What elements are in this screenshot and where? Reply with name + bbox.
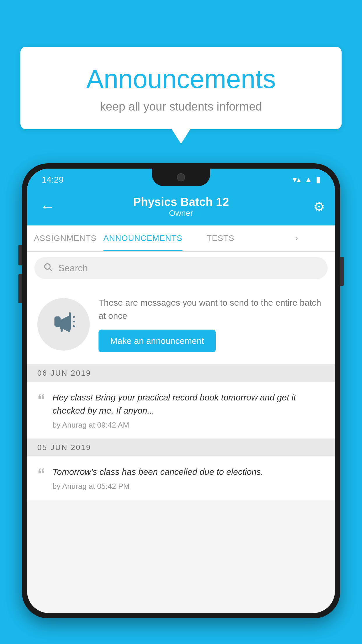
volume-down-button	[18, 274, 22, 303]
wifi-icon: ▾▴	[293, 175, 301, 184]
svg-line-1	[50, 269, 52, 271]
promo-description: These are messages you want to send to t…	[99, 296, 325, 322]
announcement-meta-2: by Anurag at 05:42 PM	[52, 482, 325, 491]
search-container: Search	[27, 252, 335, 284]
search-icon	[43, 262, 52, 274]
announcement-content-1: Hey class! Bring your practical record b…	[52, 391, 325, 430]
promo-card: These are messages you want to send to t…	[27, 284, 335, 364]
quote-icon-2: ❝	[37, 467, 45, 481]
announcement-text-1: Hey class! Bring your practical record b…	[52, 391, 325, 417]
search-placeholder: Search	[58, 263, 88, 274]
announcement-item-2[interactable]: ❝ Tomorrow's class has been cancelled du…	[27, 456, 335, 500]
announcement-meta-1: by Anurag at 09:42 AM	[52, 421, 325, 430]
phone-notch	[152, 169, 210, 186]
tab-announcements[interactable]: ANNOUNCEMENTS	[103, 225, 182, 251]
announcement-item-1[interactable]: ❝ Hey class! Bring your practical record…	[27, 382, 335, 439]
app-bar-subtitle: Owner	[133, 209, 229, 218]
status-icons: ▾▴ ▲ ▮	[293, 175, 320, 184]
back-button[interactable]: ←	[37, 195, 58, 218]
volume-up-button	[18, 245, 22, 265]
tabs-bar: ASSIGNMENTS ANNOUNCEMENTS TESTS ›	[27, 225, 335, 252]
promo-content: These are messages you want to send to t…	[99, 296, 325, 352]
power-button	[340, 257, 344, 286]
date-divider-1: 06 JUN 2019	[27, 364, 335, 382]
settings-icon[interactable]: ⚙	[313, 199, 325, 214]
announcements-subtitle: keep all your students informed	[38, 100, 324, 113]
megaphone-circle	[37, 298, 90, 351]
front-camera	[177, 173, 185, 181]
date-divider-2: 05 JUN 2019	[27, 439, 335, 456]
svg-line-2	[73, 316, 75, 317]
announcement-content-2: Tomorrow's class has been cancelled due …	[52, 465, 325, 491]
search-box[interactable]: Search	[34, 257, 328, 279]
app-bar-title: Physics Batch 12	[133, 195, 229, 209]
announcements-title: Announcements	[38, 64, 324, 94]
phone-mockup: 14:29 ▾▴ ▲ ▮ ← Physics Batch 12 Owner ⚙	[22, 163, 340, 644]
phone-outer-frame: 14:29 ▾▴ ▲ ▮ ← Physics Batch 12 Owner ⚙	[22, 163, 340, 618]
speech-bubble-section: Announcements keep all your students inf…	[20, 47, 342, 129]
make-announcement-button[interactable]: Make an announcement	[99, 330, 216, 352]
quote-icon-1: ❝	[37, 392, 45, 407]
announcement-text-2: Tomorrow's class has been cancelled due …	[52, 465, 325, 478]
tab-more[interactable]: ›	[259, 225, 335, 251]
battery-icon: ▮	[316, 175, 320, 184]
tab-assignments[interactable]: ASSIGNMENTS	[27, 225, 103, 251]
app-bar: ← Physics Batch 12 Owner ⚙	[27, 188, 335, 225]
tab-tests[interactable]: TESTS	[182, 225, 259, 251]
phone-screen: 14:29 ▾▴ ▲ ▮ ← Physics Batch 12 Owner ⚙	[27, 169, 335, 613]
svg-line-4	[73, 326, 75, 327]
megaphone-icon	[51, 309, 76, 340]
app-bar-center: Physics Batch 12 Owner	[133, 195, 229, 218]
signal-icon: ▲	[304, 175, 312, 184]
svg-point-0	[45, 264, 50, 269]
status-time: 14:29	[42, 175, 64, 185]
speech-bubble: Announcements keep all your students inf…	[20, 47, 342, 129]
